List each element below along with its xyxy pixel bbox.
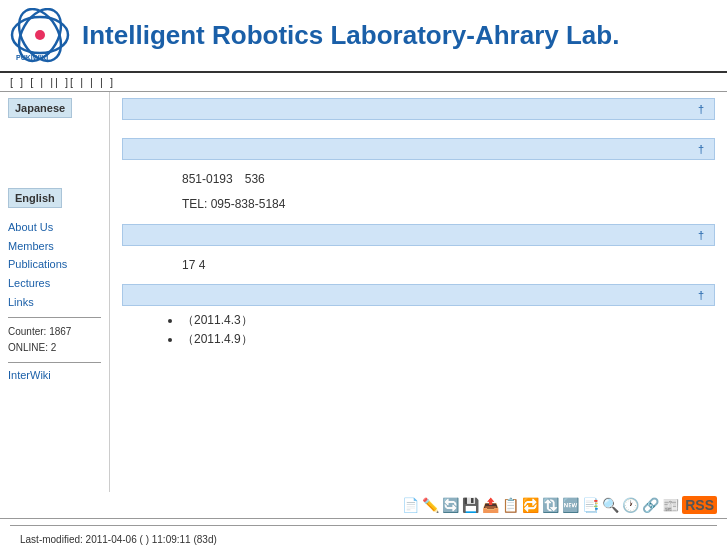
header: PUKIWIKI Intelligent Robotics Laboratory…	[0, 0, 727, 73]
sidebar-divider-1	[8, 317, 101, 318]
footer-icon-recent[interactable]: 🕐	[622, 497, 639, 513]
footer-icon-upload[interactable]: 📤	[482, 497, 499, 513]
sidebar-link-members[interactable]: Members	[8, 237, 101, 256]
japanese-section-bar: †	[122, 98, 715, 120]
main-wrapper: Japanese English About Us Members Public…	[0, 92, 727, 492]
footer-icon-reload[interactable]: 🔃	[542, 497, 559, 513]
section2-dagger[interactable]: †	[698, 143, 704, 155]
footer-icon-new[interactable]: 🆕	[562, 497, 579, 513]
pukiwiki-logo: PUKIWIKI	[10, 8, 70, 63]
sidebar-link-about[interactable]: About Us	[8, 218, 101, 237]
address-block: 851-0193 536 TEL: 095-838-5184	[122, 162, 715, 224]
japanese-dagger[interactable]: †	[698, 103, 704, 115]
toolbar-items[interactable]: [ ] [ | || ][ | | | ]	[10, 76, 115, 88]
rss-badge[interactable]: RSS	[682, 496, 717, 514]
toolbar: [ ] [ | || ][ | | | ]	[0, 73, 727, 92]
sidebar-link-links[interactable]: Links	[8, 293, 101, 312]
svg-point-3	[35, 30, 45, 40]
japanese-lang-box[interactable]: Japanese	[8, 98, 72, 118]
address-line1: 851-0193 536	[182, 168, 711, 191]
footer-icon-diff[interactable]: 🔄	[442, 497, 459, 513]
footer-icon-trackback[interactable]: 🔗	[642, 497, 659, 513]
tel-line: TEL: 095-838-5184	[182, 193, 711, 216]
sidebar-link-publications[interactable]: Publications	[8, 255, 101, 274]
header-title: Intelligent Robotics Laboratory-Ahrary L…	[82, 20, 619, 51]
sidebar-counter: Counter: 1867 ONLINE: 2	[8, 324, 101, 356]
section3-dagger[interactable]: †	[698, 229, 704, 241]
english-lang-box[interactable]: English	[8, 188, 62, 208]
footer-icon-search[interactable]: 🔍	[602, 497, 619, 513]
news-item-2: （2011.4.9）	[182, 331, 711, 348]
sidebar-nav: About Us Members Publications Lectures L…	[8, 218, 101, 311]
sidebar-link-lectures[interactable]: Lectures	[8, 274, 101, 293]
section4-dagger[interactable]: †	[698, 289, 704, 301]
footer-icons: 📄 ✏️ 🔄 💾 📤 📋 🔁 🔃 🆕 📑 🔍 🕐 🔗 📰 RSS	[0, 492, 727, 518]
interwiki-link[interactable]: InterWiki	[8, 369, 51, 381]
footer-icon-rss[interactable]: 📰	[662, 497, 679, 513]
footer: Last-modified: 2011-04-06 ( ) 11:09:11 (…	[0, 518, 727, 545]
content: † † 851-0193 536 TEL: 095-838-5184 † 17 …	[110, 92, 727, 492]
sidebar-interwiki: InterWiki	[8, 369, 101, 381]
number-block: 17 4	[122, 248, 715, 285]
footer-icon-backup[interactable]: 💾	[462, 497, 479, 513]
last-modified-text: Last-modified: 2011-04-06 ( ) 11:09:11 (…	[20, 534, 217, 545]
section3-bar: †	[122, 224, 715, 246]
svg-text:PUKIWIKI: PUKIWIKI	[16, 54, 48, 61]
footer-icon-copy[interactable]: 📋	[502, 497, 519, 513]
news-list: （2011.4.3） （2011.4.9）	[122, 308, 715, 354]
footer-icon-page[interactable]: 📄	[402, 497, 419, 513]
footer-icon-list[interactable]: 📑	[582, 497, 599, 513]
footer-icon-edit[interactable]: ✏️	[422, 497, 439, 513]
sidebar-divider-2	[8, 362, 101, 363]
section4-bar: †	[122, 284, 715, 306]
section2-bar: †	[122, 138, 715, 160]
sidebar: Japanese English About Us Members Public…	[0, 92, 110, 492]
section3-number: 17 4	[182, 254, 711, 277]
footer-icon-rename[interactable]: 🔁	[522, 497, 539, 513]
news-item-1: （2011.4.3）	[182, 312, 711, 329]
footer-meta: Last-modified: 2011-04-06 ( ) 11:09:11 (…	[10, 530, 717, 545]
